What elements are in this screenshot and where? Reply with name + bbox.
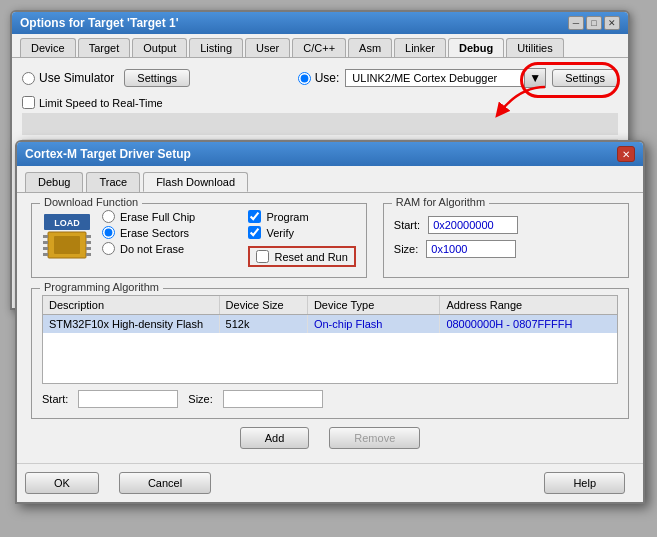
dialog-footer: OK Cancel Help: [17, 463, 643, 502]
add-remove-row: Add Remove: [31, 427, 629, 449]
col-device-type: Device Type: [308, 296, 440, 314]
col-device-size: Device Size: [220, 296, 308, 314]
tab-output[interactable]: Output: [132, 38, 187, 57]
download-inner: LOAD: [42, 210, 356, 267]
main-dialog: Cortex-M Target Driver Setup ✕ Debug Tra…: [15, 140, 645, 504]
col-description: Description: [43, 296, 220, 314]
close-btn[interactable]: ✕: [604, 16, 620, 30]
gray-bar-1: [22, 113, 618, 135]
svg-rect-7: [43, 253, 48, 256]
erase-sectors-radio[interactable]: [102, 226, 115, 239]
tab-cpp[interactable]: C/C++: [292, 38, 346, 57]
programming-algorithm-group: Programming Algorithm Description Device…: [31, 288, 629, 419]
svg-rect-9: [86, 241, 91, 244]
svg-text:LOAD: LOAD: [54, 218, 80, 228]
program-option: Program: [248, 210, 355, 223]
ram-start-input[interactable]: [428, 216, 518, 234]
ram-size-input[interactable]: [426, 240, 516, 258]
titlebar-controls: ─ □ ✕: [568, 16, 620, 30]
dialog-tab-flash-download[interactable]: Flash Download: [143, 172, 248, 192]
use-radio-label: Use:: [298, 71, 340, 85]
settings-btn-right[interactable]: Settings: [552, 69, 618, 87]
algorithm-table: Description Device Size Device Type Addr…: [42, 295, 618, 384]
ram-size-label: Size:: [394, 243, 418, 255]
start-input[interactable]: [78, 390, 178, 408]
use-radio[interactable]: [298, 72, 311, 85]
size-label: Size:: [188, 393, 212, 405]
do-not-erase-label: Do not Erase: [120, 243, 184, 255]
tab-utilities[interactable]: Utilities: [506, 38, 563, 57]
program-label: Program: [266, 211, 308, 223]
use-label: Use:: [315, 71, 340, 85]
erase-sectors-option: Erase Sectors: [102, 226, 228, 239]
chip-icon: LOAD: [42, 212, 92, 262]
tab-target[interactable]: Target: [78, 38, 131, 57]
erase-sectors-label: Erase Sectors: [120, 227, 189, 239]
add-button[interactable]: Add: [240, 427, 310, 449]
simulator-label: Use Simulator: [39, 71, 114, 85]
erase-options: Erase Full Chip Erase Sectors Do not Era…: [102, 210, 228, 255]
program-checkbox[interactable]: [248, 210, 261, 223]
erase-full-chip-label: Erase Full Chip: [120, 211, 195, 223]
download-function-label: Download Function: [40, 196, 142, 208]
simulator-radio[interactable]: [22, 72, 35, 85]
col-address-range: Address Range: [440, 296, 617, 314]
tab-device[interactable]: Device: [20, 38, 76, 57]
cell-description: STM32F10x High-density Flash: [43, 315, 220, 333]
check-options: Program Verify Reset and Run: [248, 210, 355, 267]
tab-user[interactable]: User: [245, 38, 290, 57]
erase-full-chip-radio[interactable]: [102, 210, 115, 223]
maximize-btn[interactable]: □: [586, 16, 602, 30]
tab-linker[interactable]: Linker: [394, 38, 446, 57]
limit-speed-checkbox[interactable]: [22, 96, 35, 109]
programming-algorithm-label: Programming Algorithm: [40, 281, 163, 293]
cancel-button[interactable]: Cancel: [119, 472, 211, 494]
do-not-erase-option: Do not Erase: [102, 242, 228, 255]
cell-device-size: 512k: [220, 315, 308, 333]
size-input[interactable]: [223, 390, 323, 408]
debugger-dropdown-arrow[interactable]: ▼: [525, 68, 546, 88]
top-section: Download Function LOAD: [31, 203, 629, 288]
settings-btn-left[interactable]: Settings: [124, 69, 190, 87]
dialog-close-btn[interactable]: ✕: [617, 146, 635, 162]
remove-button[interactable]: Remove: [329, 427, 420, 449]
dialog-titlebar: Cortex-M Target Driver Setup ✕: [17, 142, 643, 166]
start-label: Start:: [42, 393, 68, 405]
help-button[interactable]: Help: [544, 472, 625, 494]
simulator-radio-label: Use Simulator: [22, 71, 114, 85]
table-empty-area: [43, 333, 617, 383]
simulator-row: Use Simulator Settings Use: ULINK2/ME Co…: [22, 68, 618, 88]
tab-asm[interactable]: Asm: [348, 38, 392, 57]
minimize-btn[interactable]: ─: [568, 16, 584, 30]
ram-start-row: Start:: [394, 216, 618, 234]
ram-start-label: Start:: [394, 219, 420, 231]
verify-checkbox[interactable]: [248, 226, 261, 239]
reset-and-run-label: Reset and Run: [274, 251, 347, 263]
svg-rect-10: [86, 247, 91, 250]
bg-window-title: Options for Target 'Target 1': [20, 16, 179, 30]
ram-algorithm-label: RAM for Algorithm: [392, 196, 489, 208]
ok-button[interactable]: OK: [25, 472, 99, 494]
svg-rect-5: [43, 241, 48, 244]
tab-debug[interactable]: Debug: [448, 38, 504, 57]
ram-algorithm-group: RAM for Algorithm Start: Size:: [383, 203, 629, 278]
use-debugger-section: Use: ULINK2/ME Cortex Debugger ▼ Setting…: [200, 68, 618, 88]
table-header: Description Device Size Device Type Addr…: [43, 296, 617, 315]
svg-rect-6: [43, 247, 48, 250]
cell-address-range: 08000000H - 0807FFFFH: [440, 315, 617, 333]
dialog-tabs: Debug Trace Flash Download: [17, 166, 643, 193]
bg-titlebar: Options for Target 'Target 1' ─ □ ✕: [12, 12, 628, 34]
bg-tabs: Device Target Output Listing User C/C++ …: [12, 34, 628, 58]
tab-listing[interactable]: Listing: [189, 38, 243, 57]
reset-and-run-checkbox[interactable]: [256, 250, 269, 263]
table-row[interactable]: STM32F10x High-density Flash 512k On-chi…: [43, 315, 617, 333]
debugger-name: ULINK2/ME Cortex Debugger: [345, 69, 525, 87]
ram-size-row: Size:: [394, 240, 618, 258]
dialog-tab-trace[interactable]: Trace: [86, 172, 140, 192]
debugger-select: ULINK2/ME Cortex Debugger ▼: [345, 68, 546, 88]
dialog-title: Cortex-M Target Driver Setup: [25, 147, 191, 161]
dialog-tab-debug[interactable]: Debug: [25, 172, 83, 192]
do-not-erase-radio[interactable]: [102, 242, 115, 255]
erase-full-chip-option: Erase Full Chip: [102, 210, 228, 223]
limit-speed-label: Limit Speed to Real-Time: [39, 97, 163, 109]
